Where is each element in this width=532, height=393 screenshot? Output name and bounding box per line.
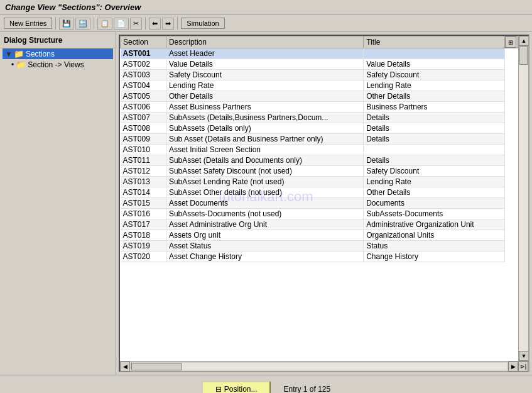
bullet-icon: • bbox=[11, 60, 14, 69]
table-row[interactable]: AST017Asset Administrative Org UnitAdmin… bbox=[121, 219, 518, 230]
table-row[interactable]: AST005Other DetailsOther Details bbox=[121, 91, 518, 102]
tree-item-sections[interactable]: ▼ 📁 Sections bbox=[3, 48, 113, 59]
horizontal-scrollbar[interactable]: ◀ ▶ ⊳| bbox=[120, 361, 528, 371]
table-row[interactable]: AST010Asset Initial Screen Section bbox=[121, 145, 518, 155]
cell-section: AST006 bbox=[121, 102, 166, 113]
folder-icon: 📁 bbox=[14, 49, 24, 58]
dialog-structure-panel: Dialog Structure ▼ 📁 Sections • 📁 Sectio… bbox=[0, 32, 116, 375]
nav-button[interactable]: ⬅ bbox=[149, 18, 161, 30]
table-row[interactable]: AST006Asset Business PartnersBusiness Pa… bbox=[121, 102, 518, 113]
cell-title: Details bbox=[364, 134, 504, 145]
position-icon: ⊟ bbox=[215, 385, 222, 393]
right-panel: Section Description Title ⊞ bbox=[119, 35, 529, 372]
cell-section: AST010 bbox=[121, 145, 166, 155]
col-corner-btn[interactable]: ⊞ bbox=[504, 36, 518, 48]
cell-title: SubAssets-Documents bbox=[364, 209, 504, 219]
cell-description: SubAsset Safety Discount (not used) bbox=[166, 166, 363, 177]
hscroll-end-btn[interactable]: ⊳| bbox=[518, 362, 528, 372]
cell-title: Value Details bbox=[364, 59, 504, 70]
cell-section: AST014 bbox=[121, 187, 166, 198]
cell-section: AST020 bbox=[121, 252, 166, 262]
col-section-header: Section bbox=[121, 36, 166, 48]
cell-title: Safety Discount bbox=[364, 70, 504, 80]
scroll-right-button[interactable]: ▶ bbox=[508, 362, 518, 372]
cell-section: AST016 bbox=[121, 209, 166, 219]
save-button[interactable]: 💾 bbox=[59, 18, 74, 30]
section-views-label: Section -> Views bbox=[28, 60, 84, 69]
cell-section: AST017 bbox=[121, 219, 166, 230]
cell-description: SubAsset Other details (not used) bbox=[166, 187, 363, 198]
cell-section: AST001 bbox=[121, 48, 166, 59]
table-row[interactable]: AST018Assets Org unitOrganizational Unit… bbox=[121, 230, 518, 241]
table-row[interactable]: AST009Sub Asset (Details and Business Pa… bbox=[121, 134, 518, 145]
table-row[interactable]: AST019Asset StatusStatus bbox=[121, 241, 518, 252]
arrow-icon: ▼ bbox=[5, 50, 13, 58]
vertical-scrollbar[interactable]: ▲ ▼ bbox=[518, 36, 528, 361]
cell-title: Safety Discount bbox=[364, 166, 504, 177]
table-row[interactable]: AST020Asset Change HistoryChange History bbox=[121, 252, 518, 262]
col-title-header: Title bbox=[364, 36, 504, 48]
new-entries-button[interactable]: New Entries bbox=[4, 18, 52, 29]
cell-title: Change History bbox=[364, 252, 504, 262]
cell-section: AST018 bbox=[121, 230, 166, 241]
cell-section: AST003 bbox=[121, 70, 166, 80]
cell-description: Lending Rate bbox=[166, 80, 363, 91]
table-row[interactable]: AST001Asset Header bbox=[121, 48, 518, 59]
cell-title: Status bbox=[364, 241, 504, 252]
delete-button[interactable]: ✂ bbox=[130, 18, 142, 30]
table-row[interactable]: AST004Lending RateLending Rate bbox=[121, 80, 518, 91]
copy-button[interactable]: 📋 bbox=[97, 18, 112, 30]
cell-description: Assets Org unit bbox=[166, 230, 363, 241]
scroll-left-button[interactable]: ◀ bbox=[120, 362, 130, 372]
table-container: Section Description Title ⊞ bbox=[120, 36, 518, 361]
cell-title: Details bbox=[364, 113, 504, 123]
hscroll-track bbox=[131, 363, 507, 370]
table-row[interactable]: AST015Asset DocumentsDocuments bbox=[121, 198, 518, 209]
position-label: Position... bbox=[224, 385, 258, 393]
hscroll-thumb[interactable] bbox=[131, 363, 182, 370]
title-bar: Change View "Sections": Overview bbox=[0, 0, 532, 15]
cell-description: SubAsset (Details and Documents only) bbox=[166, 155, 363, 166]
footer-area: ⊟ Position... Entry 1 of 125 bbox=[0, 375, 532, 393]
cell-section: AST019 bbox=[121, 241, 166, 252]
table-row[interactable]: AST014SubAsset Other details (not used)O… bbox=[121, 187, 518, 198]
cell-description: Asset Change History bbox=[166, 252, 363, 262]
cell-title: Other Details bbox=[364, 91, 504, 102]
table-row[interactable]: AST012SubAsset Safety Discount (not used… bbox=[121, 166, 518, 177]
cell-description: Asset Initial Screen Section bbox=[166, 145, 363, 155]
cell-description: Asset Header bbox=[166, 48, 363, 59]
cell-description: Value Details bbox=[166, 59, 363, 70]
position-button[interactable]: ⊟ Position... bbox=[202, 381, 271, 393]
cell-description: Asset Business Partners bbox=[166, 102, 363, 113]
scroll-down-button[interactable]: ▼ bbox=[519, 351, 528, 361]
cell-title: Administrative Organization Unit bbox=[364, 219, 504, 230]
cell-title bbox=[364, 48, 504, 59]
scroll-up-button[interactable]: ▲ bbox=[519, 36, 528, 46]
cell-description: SubAssets (Details,Business Partners,Doc… bbox=[166, 113, 363, 123]
table-row[interactable]: AST013SubAsset Lending Rate (not used)Le… bbox=[121, 177, 518, 187]
paste-button[interactable]: 📄 bbox=[114, 18, 129, 30]
cell-title: Lending Rate bbox=[364, 177, 504, 187]
table-row[interactable]: AST011SubAsset (Details and Documents on… bbox=[121, 155, 518, 166]
cell-section: AST007 bbox=[121, 113, 166, 123]
data-table: Section Description Title ⊞ bbox=[120, 36, 518, 262]
cell-title: Business Partners bbox=[364, 102, 504, 113]
table-row[interactable]: AST002Value DetailsValue Details bbox=[121, 59, 518, 70]
col-description-header: Description bbox=[166, 36, 363, 48]
separator-4 bbox=[177, 17, 178, 30]
simulation-button[interactable]: Simulation bbox=[181, 18, 224, 29]
cell-description: SubAsset Lending Rate (not used) bbox=[166, 177, 363, 187]
scroll-thumb[interactable] bbox=[519, 46, 528, 65]
scroll-track bbox=[519, 46, 528, 351]
tree-item-section-views[interactable]: • 📁 Section -> Views bbox=[10, 59, 113, 70]
cell-description: Asset Documents bbox=[166, 198, 363, 209]
dialog-structure-title: Dialog Structure bbox=[3, 35, 113, 46]
cell-section: AST015 bbox=[121, 198, 166, 209]
forward-button[interactable]: ➡ bbox=[162, 18, 174, 30]
table-row[interactable]: AST016SubAssets-Documents (not used)SubA… bbox=[121, 209, 518, 219]
table-row[interactable]: AST007SubAssets (Details,Business Partne… bbox=[121, 113, 518, 123]
table-row[interactable]: AST003Safety DiscountSafety Discount bbox=[121, 70, 518, 80]
table-row[interactable]: AST008SubAssets (Details only)Details bbox=[121, 123, 518, 134]
cell-description: Sub Asset (Details and Business Partner … bbox=[166, 134, 363, 145]
discard-button[interactable]: 🔙 bbox=[75, 18, 90, 30]
